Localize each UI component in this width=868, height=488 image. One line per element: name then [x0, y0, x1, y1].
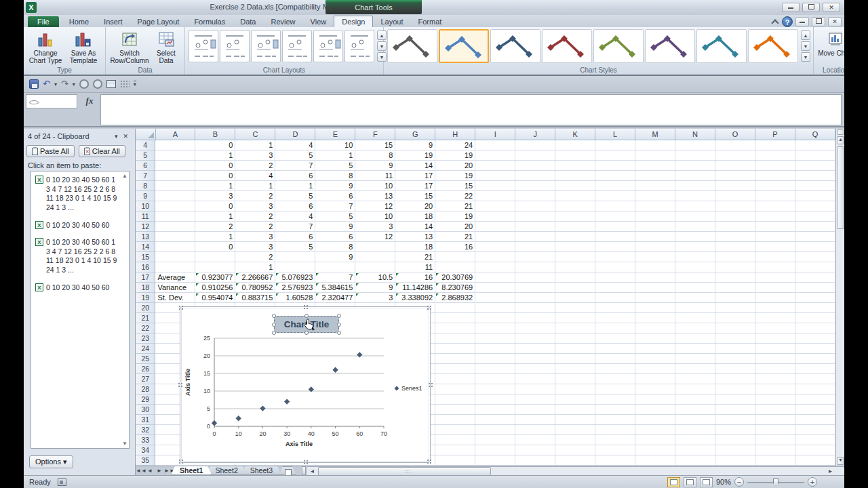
- cell[interactable]: [515, 344, 555, 354]
- cell[interactable]: [675, 445, 715, 455]
- clipboard-item[interactable]: X0 10 20 30 40 50 60: [31, 279, 129, 297]
- column-header[interactable]: A: [156, 129, 196, 140]
- row-header[interactable]: 27: [136, 374, 155, 384]
- cell[interactable]: [155, 262, 195, 272]
- cell[interactable]: [435, 455, 475, 466]
- cell[interactable]: [675, 140, 715, 150]
- chart-layout-thumb[interactable]: [282, 30, 312, 62]
- cell[interactable]: [595, 140, 635, 150]
- cell[interactable]: [555, 384, 595, 394]
- row-header[interactable]: 23: [136, 333, 155, 344]
- cell[interactable]: [795, 435, 835, 445]
- cell[interactable]: [755, 415, 795, 425]
- cell[interactable]: 4: [235, 171, 275, 181]
- cell[interactable]: 21: [435, 232, 475, 242]
- cell[interactable]: [715, 303, 755, 313]
- previous-sheet-icon[interactable]: ◄: [145, 466, 155, 475]
- cell[interactable]: [555, 161, 595, 171]
- row-header[interactable]: 6: [136, 161, 155, 171]
- cell[interactable]: 3: [235, 232, 275, 242]
- cell[interactable]: [715, 344, 755, 354]
- cell[interactable]: [515, 181, 555, 191]
- tab-formulas[interactable]: Formulas: [186, 16, 233, 27]
- cell[interactable]: [635, 354, 675, 364]
- tab-layout[interactable]: Layout: [373, 16, 410, 27]
- cell[interactable]: [755, 283, 795, 293]
- cell[interactable]: 0: [195, 140, 235, 150]
- cell[interactable]: [715, 435, 755, 445]
- chart-title-handle[interactable]: [272, 314, 276, 318]
- cell[interactable]: 1.60528: [275, 293, 315, 303]
- cell[interactable]: 10: [315, 140, 355, 150]
- zoom-level[interactable]: 90%: [716, 478, 731, 486]
- redo-icon[interactable]: ↷: [61, 78, 68, 90]
- cell[interactable]: 2: [235, 252, 275, 262]
- chart-layout-thumb[interactable]: [313, 30, 343, 62]
- cell[interactable]: [155, 171, 195, 181]
- chart-selection-handle[interactable]: [304, 305, 305, 306]
- column-header[interactable]: O: [715, 129, 755, 140]
- cell[interactable]: [515, 222, 555, 232]
- qat-borders-icon[interactable]: [120, 80, 130, 88]
- cell[interactable]: [435, 405, 475, 415]
- cell[interactable]: [515, 354, 555, 364]
- cell[interactable]: [595, 425, 635, 435]
- cell[interactable]: 3: [355, 293, 395, 303]
- cell[interactable]: [595, 283, 635, 293]
- chart-title-handle[interactable]: [337, 323, 341, 327]
- column-header[interactable]: L: [595, 129, 635, 140]
- cell[interactable]: 20: [435, 222, 475, 232]
- cell[interactable]: [595, 455, 635, 466]
- cell[interactable]: [515, 333, 555, 344]
- cell[interactable]: [515, 171, 555, 181]
- cell[interactable]: [435, 384, 475, 394]
- column-header[interactable]: P: [755, 129, 795, 140]
- cell[interactable]: [715, 354, 755, 364]
- cell[interactable]: [675, 415, 715, 425]
- cell[interactable]: 10: [355, 211, 395, 222]
- zoom-slider-thumb[interactable]: [773, 479, 778, 486]
- horizontal-scrollbar[interactable]: ◄ ►: [307, 466, 844, 475]
- cell[interactable]: [675, 303, 715, 313]
- cell[interactable]: [475, 344, 515, 354]
- cell[interactable]: 2.576923: [275, 283, 315, 293]
- cell[interactable]: 14: [395, 222, 435, 232]
- cell[interactable]: [475, 394, 515, 405]
- cell[interactable]: [795, 333, 835, 344]
- cell[interactable]: [675, 191, 715, 201]
- cell[interactable]: [475, 201, 515, 211]
- cell[interactable]: [795, 445, 835, 455]
- cell[interactable]: 0.910256: [195, 283, 235, 293]
- cell[interactable]: [715, 364, 755, 374]
- cell[interactable]: 18: [395, 242, 435, 252]
- vertical-split-handle[interactable]: [837, 129, 844, 135]
- cell[interactable]: [635, 394, 675, 405]
- cell[interactable]: [795, 201, 835, 211]
- cell[interactable]: [595, 405, 635, 415]
- cell[interactable]: [595, 293, 635, 303]
- cell[interactable]: [515, 323, 555, 333]
- cell[interactable]: 8.230769: [435, 283, 475, 293]
- cell[interactable]: [475, 211, 515, 222]
- cell[interactable]: [155, 201, 195, 211]
- cell[interactable]: [755, 211, 795, 222]
- cell[interactable]: [715, 242, 755, 252]
- cell[interactable]: [755, 405, 795, 415]
- cell[interactable]: 5.076923: [275, 272, 315, 283]
- cell[interactable]: [635, 425, 675, 435]
- styles-scroll-down-icon[interactable]: ▼: [801, 41, 810, 51]
- cell[interactable]: [755, 303, 795, 313]
- cell[interactable]: [515, 232, 555, 242]
- cell[interactable]: 5.384615: [315, 283, 355, 293]
- cell[interactable]: [475, 252, 515, 262]
- cell[interactable]: [715, 394, 755, 405]
- cell[interactable]: [555, 445, 595, 455]
- cell[interactable]: 13: [355, 191, 395, 201]
- cell[interactable]: [755, 222, 795, 232]
- cell[interactable]: [755, 394, 795, 405]
- row-header[interactable]: 7: [136, 171, 155, 181]
- cell[interactable]: [635, 293, 675, 303]
- row-header[interactable]: 29: [136, 394, 155, 405]
- cell[interactable]: 2: [235, 191, 275, 201]
- cell[interactable]: [555, 181, 595, 191]
